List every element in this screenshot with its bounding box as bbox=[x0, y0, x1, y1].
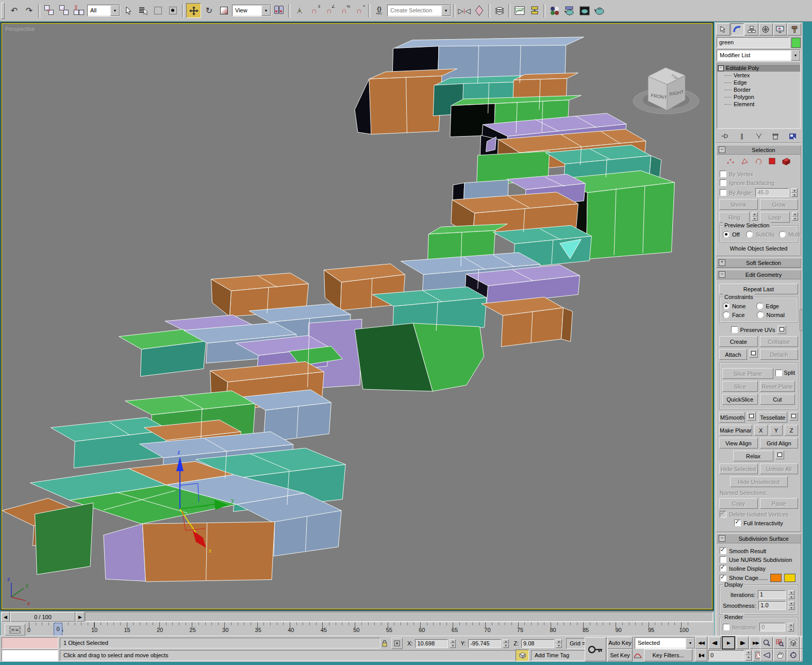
expand-icon[interactable]: + bbox=[719, 259, 725, 266]
align-icon[interactable] bbox=[472, 4, 486, 18]
play-animation-icon[interactable]: ▶ bbox=[722, 636, 735, 650]
arc-rotate-icon[interactable] bbox=[787, 649, 800, 661]
current-frame-field[interactable]: 0 bbox=[708, 650, 744, 660]
element-mode-icon[interactable] bbox=[782, 158, 791, 167]
y-coord-field[interactable]: -95.745 bbox=[468, 639, 501, 648]
stack-item-editable-poly[interactable]: − Editable Poly bbox=[717, 64, 800, 72]
modifier-list-dropdown[interactable]: Modifier List ▼ bbox=[717, 49, 801, 61]
dropdown-arrow-icon[interactable]: ▼ bbox=[791, 50, 800, 61]
loop-button[interactable]: Loop bbox=[760, 212, 790, 223]
select-and-link-icon[interactable]: ∞ bbox=[42, 4, 56, 18]
zoom-icon[interactable] bbox=[760, 637, 773, 649]
frame-ruler[interactable]: 0510152025303540455055606570758085909510… bbox=[26, 622, 691, 636]
x-spinner[interactable]: ▲▼ bbox=[450, 639, 456, 648]
pan-icon[interactable] bbox=[773, 649, 786, 661]
relax-button[interactable]: Relax bbox=[733, 451, 773, 461]
display-iterations-spinner[interactable]: ▲▼ bbox=[788, 590, 794, 599]
cut-button[interactable]: Cut bbox=[760, 394, 796, 405]
model-face[interactable] bbox=[35, 503, 93, 574]
grid-align-button[interactable]: Grid Align bbox=[760, 438, 799, 448]
tessellate-settings-button[interactable] bbox=[789, 412, 798, 421]
paste-button[interactable]: Paste bbox=[760, 498, 799, 509]
cage-color-swatch-2[interactable] bbox=[784, 574, 796, 582]
select-and-rotate-icon[interactable]: ↻ bbox=[202, 4, 216, 18]
select-by-name-icon[interactable] bbox=[136, 4, 150, 18]
preview-off-radio[interactable] bbox=[723, 231, 730, 238]
spinner-snap-icon[interactable]: ∩≡ bbox=[352, 4, 366, 18]
grow-button[interactable]: Grow bbox=[760, 199, 799, 210]
ignore-backfacing-checkbox[interactable] bbox=[720, 179, 726, 186]
split-checkbox[interactable] bbox=[775, 370, 782, 376]
tab-motion[interactable] bbox=[759, 23, 773, 36]
z-button[interactable]: Z bbox=[785, 425, 798, 436]
rendered-frame-window-icon[interactable] bbox=[577, 4, 591, 18]
y-button[interactable]: Y bbox=[770, 425, 783, 436]
relax-settings-button[interactable] bbox=[775, 451, 784, 459]
previous-frame-icon[interactable]: ◀▮ bbox=[708, 637, 721, 649]
current-frame-marker[interactable]: 0 bbox=[54, 623, 62, 636]
render-iterations-checkbox[interactable] bbox=[723, 624, 730, 630]
edge-mode-icon[interactable] bbox=[741, 158, 749, 167]
preserve-uvs-checkbox[interactable] bbox=[731, 326, 738, 333]
tab-utilities[interactable] bbox=[787, 23, 801, 36]
maxscript-listener-pink[interactable] bbox=[2, 637, 58, 649]
time-slider-track[interactable] bbox=[85, 612, 713, 622]
field-of-view-icon[interactable] bbox=[760, 649, 773, 661]
preview-subobj-radio[interactable] bbox=[746, 231, 753, 238]
staircase-model[interactable]: zyxzyx bbox=[2, 24, 712, 609]
maxscript-listener-white[interactable] bbox=[2, 650, 58, 661]
preserve-uvs-settings-button[interactable] bbox=[777, 325, 786, 334]
subdivision-surface-header[interactable]: − Subdivision Surface bbox=[717, 534, 801, 543]
vertex-mode-icon[interactable] bbox=[726, 158, 735, 167]
pivot-center-icon[interactable] bbox=[292, 4, 306, 18]
object-name-field[interactable]: green bbox=[717, 37, 790, 48]
perspective-viewport[interactable]: zyxzyx Perspective FRONT RIGHT TOP bbox=[2, 23, 712, 609]
smooth-result-checkbox[interactable] bbox=[720, 547, 726, 554]
render-iterations-spinner[interactable]: ▲▼ bbox=[788, 623, 794, 631]
soft-selection-header[interactable]: + Soft Selection bbox=[717, 258, 801, 268]
tab-display[interactable] bbox=[773, 23, 787, 36]
object-color-swatch[interactable] bbox=[791, 38, 801, 48]
constraint-none-radio[interactable] bbox=[723, 303, 730, 309]
collapse-button[interactable]: Collapse bbox=[760, 336, 799, 347]
model-face[interactable] bbox=[369, 76, 442, 134]
key-mode-toggle-icon[interactable]: ▮◀ bbox=[695, 649, 707, 661]
absolute-mode-icon[interactable] bbox=[391, 638, 403, 649]
quickslice-button[interactable]: QuickSlice bbox=[722, 394, 758, 405]
smoothness-spinner[interactable]: ▲▼ bbox=[788, 601, 794, 610]
stack-item-vertex[interactable]: Vertex bbox=[717, 72, 800, 79]
smoothness-field[interactable]: 1.0 bbox=[758, 601, 786, 610]
constraint-edge-radio[interactable] bbox=[756, 303, 763, 309]
tab-modify[interactable] bbox=[731, 23, 744, 36]
select-and-scale-icon[interactable] bbox=[217, 4, 231, 18]
zoom-all-icon[interactable] bbox=[773, 637, 786, 649]
reference-coordinate-dropdown[interactable]: View ▼ bbox=[232, 5, 271, 16]
model-face[interactable] bbox=[586, 182, 674, 259]
collapse-icon[interactable]: − bbox=[718, 65, 724, 71]
show-cage-checkbox[interactable] bbox=[720, 575, 726, 581]
detach-button[interactable]: Detach bbox=[760, 349, 798, 360]
make-planar-button[interactable]: Make Planar bbox=[719, 425, 752, 436]
render-setup-icon[interactable] bbox=[562, 4, 576, 18]
viewport-label[interactable]: Perspective bbox=[5, 26, 35, 32]
polygon-mode-icon[interactable] bbox=[769, 158, 776, 167]
model-face[interactable] bbox=[104, 524, 146, 581]
use-pivot-point-icon[interactable] bbox=[272, 4, 286, 18]
preview-multi-radio[interactable] bbox=[779, 231, 786, 238]
stack-item-element[interactable]: Element bbox=[717, 101, 800, 108]
curve-editor-icon[interactable] bbox=[512, 4, 526, 18]
cage-color-swatch-1[interactable] bbox=[770, 574, 782, 582]
selection-filter-dropdown[interactable]: All ▼ bbox=[87, 5, 120, 16]
edit-geometry-header[interactable]: − Edit Geometry bbox=[717, 270, 801, 279]
render-iterations-field[interactable]: 0 bbox=[759, 623, 785, 631]
remove-modifier-icon[interactable] bbox=[770, 131, 781, 141]
dropdown-arrow-icon[interactable]: ▼ bbox=[261, 5, 271, 16]
msmooth-settings-button[interactable] bbox=[747, 412, 756, 421]
full-interactivity-checkbox[interactable] bbox=[734, 520, 741, 526]
repeat-last-button[interactable]: Repeat Last bbox=[719, 284, 798, 294]
stack-item-polygon[interactable]: Polygon bbox=[717, 93, 800, 101]
redo-icon[interactable]: ↷ bbox=[22, 4, 36, 18]
delete-isolated-vertices-checkbox[interactable] bbox=[720, 511, 726, 518]
by-vertex-checkbox[interactable] bbox=[720, 171, 726, 177]
constraint-normal-radio[interactable] bbox=[757, 311, 764, 318]
